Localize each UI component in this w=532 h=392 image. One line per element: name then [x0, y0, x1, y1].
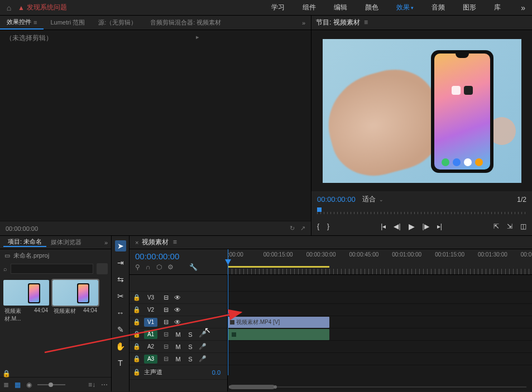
- work-area-bar[interactable]: [228, 266, 329, 268]
- tab-menu-icon[interactable]: ≡: [33, 19, 37, 26]
- tab-project[interactable]: 项目: 未命名: [3, 238, 46, 247]
- sequence-item[interactable]: 视频素材 44:04: [52, 280, 98, 317]
- lock-icon[interactable]: 🔒: [133, 355, 140, 362]
- tab-lumetri-scopes[interactable]: Lumetri 范围: [44, 16, 92, 30]
- tab-effect-controls[interactable]: 效果控件 ≡: [0, 16, 44, 30]
- track-a1-header[interactable]: 🔒 A1 ⊟ M S 🎤: [130, 328, 227, 341]
- tab-source[interactable]: 源:（无剪辑）: [92, 16, 143, 30]
- tab-menu-icon[interactable]: ≡: [173, 238, 177, 246]
- eye-icon[interactable]: 👁: [174, 318, 181, 326]
- track-v1-header[interactable]: 🔒 V1 ⊟ 👁: [130, 316, 227, 328]
- program-monitor[interactable]: [311, 30, 532, 191]
- toggle-output-icon[interactable]: ⊟: [162, 306, 170, 313]
- lock-icon[interactable]: 🔒: [133, 369, 140, 376]
- pen-tool[interactable]: ✎: [115, 324, 126, 335]
- menu-edit[interactable]: 编辑: [325, 3, 356, 12]
- menu-audio[interactable]: 音频: [423, 3, 454, 12]
- lock-icon[interactable]: 🔒: [133, 318, 140, 326]
- search-input[interactable]: [11, 264, 93, 274]
- timeline-zoom-scrollbar[interactable]: [230, 385, 526, 389]
- go-to-in-button[interactable]: |◂: [381, 222, 386, 230]
- media-item[interactable]: 视频素材.M... 44:04: [3, 280, 49, 325]
- lock-icon[interactable]: 🔒: [133, 294, 140, 301]
- mute-button[interactable]: M: [174, 331, 182, 338]
- play-button[interactable]: ▶: [409, 222, 415, 231]
- step-back-button[interactable]: ◀|: [394, 222, 400, 230]
- list-view-button[interactable]: ≣: [3, 381, 9, 389]
- panel-overflow-icon[interactable]: »: [296, 20, 311, 26]
- lock-icon[interactable]: 🔒: [133, 343, 140, 350]
- step-forward-button[interactable]: |▶: [423, 222, 429, 230]
- master-level[interactable]: 0.0: [212, 369, 221, 376]
- thumbnail-size-slider[interactable]: [37, 384, 65, 385]
- eye-icon[interactable]: 👁: [174, 294, 181, 302]
- solo-button[interactable]: S: [186, 343, 194, 350]
- lift-button[interactable]: ⇱: [493, 222, 499, 230]
- mic-icon[interactable]: 🎤: [199, 355, 207, 362]
- track-master-header[interactable]: 🔒 主声道 0.0: [130, 365, 227, 380]
- video-clip[interactable]: 视频素材.MP4 [V]: [228, 317, 329, 328]
- icon-view-button[interactable]: ▦: [15, 381, 21, 389]
- menu-effects[interactable]: 效果: [387, 3, 423, 12]
- toggle-output-icon[interactable]: ⊟: [162, 294, 170, 301]
- export-frame-button[interactable]: ◫: [520, 222, 526, 230]
- track-select-tool[interactable]: ⇥: [115, 257, 126, 268]
- timeline-cross-icon[interactable]: ×: [135, 239, 138, 246]
- sort-button[interactable]: ≡↓: [88, 381, 95, 389]
- menu-libraries[interactable]: 库: [485, 3, 510, 12]
- track-a2-header[interactable]: 🔒 A2 ⊟ M S 🎤: [130, 341, 227, 353]
- freeform-view-button[interactable]: ◉: [26, 381, 32, 389]
- track-v2-header[interactable]: 🔒 V2 ⊟ 👁: [130, 304, 227, 316]
- slip-tool[interactable]: ↔: [115, 307, 126, 318]
- extract-button[interactable]: ⇲: [507, 222, 512, 230]
- track-v3-header[interactable]: 🔒 V3 ⊟ 👁: [130, 292, 227, 304]
- expand-icon[interactable]: ▸: [196, 33, 199, 41]
- filter-button[interactable]: [97, 263, 108, 274]
- mic-icon[interactable]: 🎤: [199, 343, 207, 350]
- selection-tool[interactable]: ➤: [115, 240, 126, 251]
- mute-button[interactable]: M: [174, 356, 182, 362]
- track-a3-header[interactable]: 🔒 A3 ⊟ M S 🎤: [130, 353, 227, 365]
- razor-tool[interactable]: ✂: [115, 291, 126, 302]
- lock-workspace-icon[interactable]: 🔒: [2, 370, 11, 378]
- program-timecode[interactable]: 00:00:00:00: [317, 195, 356, 204]
- timeline-timecode[interactable]: 00:00:00:00: [135, 251, 222, 261]
- export-icon[interactable]: ↗: [300, 225, 305, 232]
- menu-color[interactable]: 颜色: [356, 3, 387, 12]
- tab-audio-clip-mixer[interactable]: 音频剪辑混合器: 视频素材: [143, 16, 228, 30]
- timeline-tab[interactable]: 视频素材 ≡: [142, 238, 176, 247]
- settings-icon[interactable]: ⚙: [167, 263, 174, 271]
- menu-assembly[interactable]: 组件: [294, 3, 325, 12]
- marker-icon[interactable]: ⬡: [156, 263, 162, 271]
- lock-icon[interactable]: 🔒: [133, 306, 140, 313]
- go-to-out-button[interactable]: ▸|: [437, 222, 442, 230]
- hand-tool[interactable]: ✋: [115, 341, 126, 352]
- solo-button[interactable]: S: [186, 331, 194, 338]
- mark-out-button[interactable]: }: [327, 222, 329, 230]
- more-button[interactable]: ⋯: [101, 381, 108, 389]
- type-tool[interactable]: T: [115, 357, 126, 369]
- mic-icon[interactable]: 🎤: [199, 331, 207, 338]
- mark-in-button[interactable]: {: [317, 222, 319, 230]
- ripple-edit-tool[interactable]: ⇆: [115, 274, 126, 285]
- timeline-ruler[interactable]: :00:00 00:00:15:00 00:00:30:00 00:00:45:…: [228, 249, 532, 274]
- toggle-output-icon[interactable]: ⊟: [162, 318, 170, 326]
- audio-clip[interactable]: [228, 329, 329, 340]
- workspace-overflow-icon[interactable]: »: [514, 3, 532, 12]
- zoom-fit-dropdown[interactable]: 适合 ⌄: [362, 195, 384, 204]
- program-scrubber[interactable]: [317, 207, 526, 219]
- system-warning[interactable]: ▲ 发现系统问题: [18, 3, 67, 12]
- snap-icon[interactable]: ⚲: [135, 263, 140, 271]
- linked-selection-icon[interactable]: ∩: [146, 263, 151, 271]
- panel-overflow-icon[interactable]: »: [101, 239, 111, 246]
- mute-button[interactable]: M: [174, 343, 182, 350]
- menu-learn[interactable]: 学习: [262, 3, 294, 12]
- home-icon[interactable]: ⌂: [0, 3, 18, 12]
- tab-menu-icon[interactable]: ≡: [364, 18, 368, 26]
- menu-graphics[interactable]: 图形: [454, 3, 485, 12]
- eye-icon[interactable]: 👁: [174, 306, 181, 314]
- tab-media-browser[interactable]: 媒体浏览器: [46, 238, 86, 246]
- loop-icon[interactable]: ↻: [290, 225, 295, 232]
- lock-icon[interactable]: 🔒: [133, 331, 140, 338]
- wrench-icon[interactable]: 🔧: [189, 263, 198, 271]
